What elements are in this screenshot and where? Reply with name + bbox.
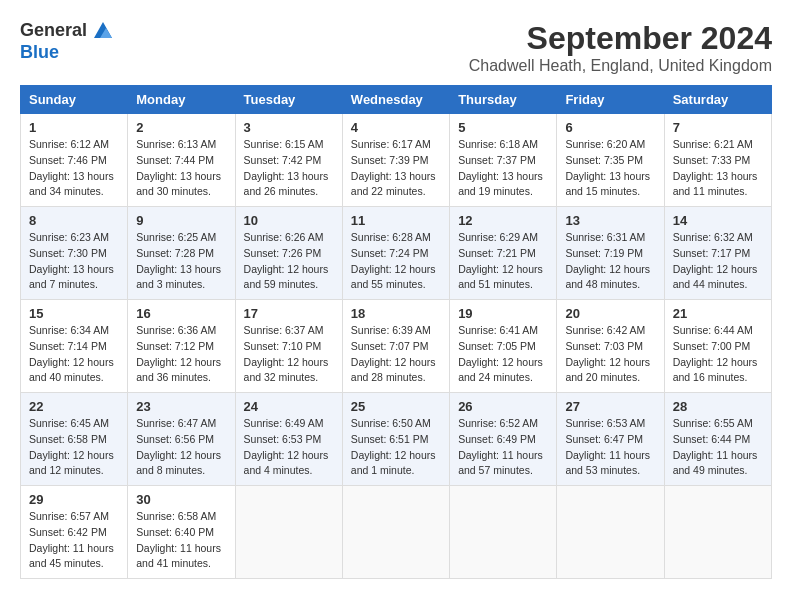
sunrise-text: Sunrise: 6:12 AM [29,138,109,150]
calendar-cell: 1 Sunrise: 6:12 AM Sunset: 7:46 PM Dayli… [21,114,128,207]
daylight-text: Daylight: 13 hours and 3 minutes. [136,263,221,291]
daylight-text: Daylight: 12 hours and 59 minutes. [244,263,329,291]
day-info: Sunrise: 6:21 AM Sunset: 7:33 PM Dayligh… [673,137,763,200]
calendar-cell: 19 Sunrise: 6:41 AM Sunset: 7:05 PM Dayl… [450,300,557,393]
calendar-cell [342,486,449,579]
sunrise-text: Sunrise: 6:36 AM [136,324,216,336]
sunset-text: Sunset: 7:46 PM [29,154,107,166]
day-number: 28 [673,399,763,414]
sunrise-text: Sunrise: 6:41 AM [458,324,538,336]
day-number: 29 [29,492,119,507]
sunset-text: Sunset: 6:47 PM [565,433,643,445]
calendar-cell: 2 Sunrise: 6:13 AM Sunset: 7:44 PM Dayli… [128,114,235,207]
day-number: 12 [458,213,548,228]
daylight-text: Daylight: 12 hours and 12 minutes. [29,449,114,477]
day-info: Sunrise: 6:31 AM Sunset: 7:19 PM Dayligh… [565,230,655,293]
sunset-text: Sunset: 6:42 PM [29,526,107,538]
calendar-cell: 22 Sunrise: 6:45 AM Sunset: 6:58 PM Dayl… [21,393,128,486]
sunset-text: Sunset: 6:40 PM [136,526,214,538]
day-info: Sunrise: 6:23 AM Sunset: 7:30 PM Dayligh… [29,230,119,293]
day-info: Sunrise: 6:39 AM Sunset: 7:07 PM Dayligh… [351,323,441,386]
day-number: 2 [136,120,226,135]
calendar-week-row: 1 Sunrise: 6:12 AM Sunset: 7:46 PM Dayli… [21,114,772,207]
daylight-text: Daylight: 13 hours and 34 minutes. [29,170,114,198]
sunset-text: Sunset: 7:07 PM [351,340,429,352]
day-number: 7 [673,120,763,135]
calendar-week-row: 22 Sunrise: 6:45 AM Sunset: 6:58 PM Dayl… [21,393,772,486]
day-number: 19 [458,306,548,321]
day-number: 23 [136,399,226,414]
daylight-text: Daylight: 12 hours and 4 minutes. [244,449,329,477]
day-number: 30 [136,492,226,507]
calendar-cell: 5 Sunrise: 6:18 AM Sunset: 7:37 PM Dayli… [450,114,557,207]
calendar-cell [664,486,771,579]
main-title: September 2024 [469,20,772,57]
sunrise-text: Sunrise: 6:50 AM [351,417,431,429]
day-info: Sunrise: 6:57 AM Sunset: 6:42 PM Dayligh… [29,509,119,572]
sunset-text: Sunset: 7:39 PM [351,154,429,166]
daylight-text: Daylight: 12 hours and 51 minutes. [458,263,543,291]
calendar-cell: 27 Sunrise: 6:53 AM Sunset: 6:47 PM Dayl… [557,393,664,486]
sunset-text: Sunset: 7:03 PM [565,340,643,352]
calendar-week-row: 8 Sunrise: 6:23 AM Sunset: 7:30 PM Dayli… [21,207,772,300]
sunrise-text: Sunrise: 6:25 AM [136,231,216,243]
day-number: 3 [244,120,334,135]
sunrise-text: Sunrise: 6:47 AM [136,417,216,429]
daylight-text: Daylight: 13 hours and 30 minutes. [136,170,221,198]
daylight-text: Daylight: 12 hours and 16 minutes. [673,356,758,384]
day-info: Sunrise: 6:37 AM Sunset: 7:10 PM Dayligh… [244,323,334,386]
sunrise-text: Sunrise: 6:53 AM [565,417,645,429]
sunset-text: Sunset: 7:10 PM [244,340,322,352]
day-info: Sunrise: 6:32 AM Sunset: 7:17 PM Dayligh… [673,230,763,293]
sunrise-text: Sunrise: 6:45 AM [29,417,109,429]
calendar-week-row: 15 Sunrise: 6:34 AM Sunset: 7:14 PM Dayl… [21,300,772,393]
column-header-wednesday: Wednesday [342,86,449,114]
calendar-cell: 6 Sunrise: 6:20 AM Sunset: 7:35 PM Dayli… [557,114,664,207]
title-section: September 2024 Chadwell Heath, England, … [469,20,772,75]
daylight-text: Daylight: 12 hours and 1 minute. [351,449,436,477]
sunset-text: Sunset: 7:28 PM [136,247,214,259]
logo-general: General [20,20,114,42]
sunrise-text: Sunrise: 6:39 AM [351,324,431,336]
calendar-cell: 26 Sunrise: 6:52 AM Sunset: 6:49 PM Dayl… [450,393,557,486]
sunrise-text: Sunrise: 6:20 AM [565,138,645,150]
sunrise-text: Sunrise: 6:49 AM [244,417,324,429]
sunrise-text: Sunrise: 6:52 AM [458,417,538,429]
daylight-text: Daylight: 11 hours and 45 minutes. [29,542,114,570]
day-number: 10 [244,213,334,228]
calendar-cell: 16 Sunrise: 6:36 AM Sunset: 7:12 PM Dayl… [128,300,235,393]
day-number: 24 [244,399,334,414]
daylight-text: Daylight: 11 hours and 49 minutes. [673,449,758,477]
column-header-monday: Monday [128,86,235,114]
day-number: 6 [565,120,655,135]
daylight-text: Daylight: 13 hours and 19 minutes. [458,170,543,198]
calendar-cell: 13 Sunrise: 6:31 AM Sunset: 7:19 PM Dayl… [557,207,664,300]
day-number: 13 [565,213,655,228]
daylight-text: Daylight: 13 hours and 26 minutes. [244,170,329,198]
sunrise-text: Sunrise: 6:26 AM [244,231,324,243]
sunrise-text: Sunrise: 6:42 AM [565,324,645,336]
sunset-text: Sunset: 7:30 PM [29,247,107,259]
daylight-text: Daylight: 12 hours and 40 minutes. [29,356,114,384]
daylight-text: Daylight: 12 hours and 8 minutes. [136,449,221,477]
sunset-text: Sunset: 6:51 PM [351,433,429,445]
day-info: Sunrise: 6:58 AM Sunset: 6:40 PM Dayligh… [136,509,226,572]
sunset-text: Sunset: 6:56 PM [136,433,214,445]
day-info: Sunrise: 6:42 AM Sunset: 7:03 PM Dayligh… [565,323,655,386]
day-info: Sunrise: 6:36 AM Sunset: 7:12 PM Dayligh… [136,323,226,386]
day-number: 9 [136,213,226,228]
day-info: Sunrise: 6:15 AM Sunset: 7:42 PM Dayligh… [244,137,334,200]
sunset-text: Sunset: 7:19 PM [565,247,643,259]
daylight-text: Daylight: 12 hours and 24 minutes. [458,356,543,384]
calendar-header-row: SundayMondayTuesdayWednesdayThursdayFrid… [21,86,772,114]
daylight-text: Daylight: 13 hours and 7 minutes. [29,263,114,291]
calendar-cell: 3 Sunrise: 6:15 AM Sunset: 7:42 PM Dayli… [235,114,342,207]
sunset-text: Sunset: 7:17 PM [673,247,751,259]
sunrise-text: Sunrise: 6:44 AM [673,324,753,336]
calendar-cell: 28 Sunrise: 6:55 AM Sunset: 6:44 PM Dayl… [664,393,771,486]
sunset-text: Sunset: 6:49 PM [458,433,536,445]
day-info: Sunrise: 6:28 AM Sunset: 7:24 PM Dayligh… [351,230,441,293]
sunset-text: Sunset: 7:42 PM [244,154,322,166]
sunset-text: Sunset: 7:12 PM [136,340,214,352]
day-number: 14 [673,213,763,228]
